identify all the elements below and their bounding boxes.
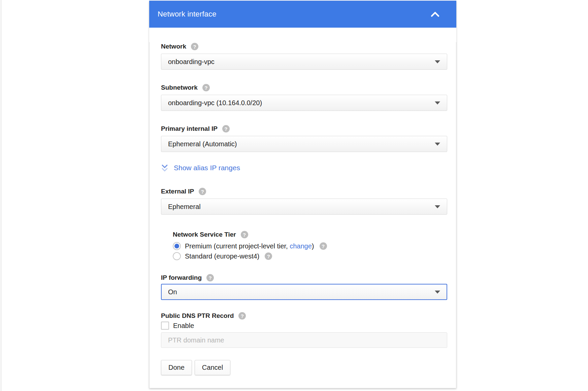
subnetwork-select-value: onboarding-vpc (10.164.0.0/20)	[168, 99, 262, 107]
premium-tier-radio-row[interactable]: Premium (current project-level tier, cha…	[173, 241, 447, 251]
help-icon[interactable]: ?	[222, 125, 230, 132]
dropdown-arrow-icon	[435, 60, 440, 63]
help-icon[interactable]: ?	[202, 84, 210, 91]
collapse-panel-button[interactable]	[429, 10, 442, 19]
network-service-tier-label-row: Network Service Tier ?	[173, 230, 447, 239]
dropdown-arrow-icon	[435, 291, 440, 294]
subnetwork-select[interactable]: onboarding-vpc (10.164.0.0/20)	[161, 95, 447, 111]
dropdown-arrow-icon	[435, 205, 440, 208]
ptr-domain-name-input[interactable]	[161, 332, 447, 348]
standard-tier-label: Standard (europe-west4)	[185, 252, 259, 260]
public-dns-ptr-label-row: Public DNS PTR Record ?	[161, 311, 447, 320]
primary-internal-ip-label: Primary internal IP	[161, 125, 218, 132]
external-ip-select-value: Ephemeral	[168, 203, 201, 211]
enable-ptr-checkbox-row[interactable]: Enable	[161, 321, 447, 330]
primary-internal-ip-select-value: Ephemeral (Automatic)	[168, 140, 237, 148]
left-panel-divider	[1, 0, 1, 391]
double-chevron-down-icon	[161, 163, 168, 173]
primary-internal-ip-select[interactable]: Ephemeral (Automatic)	[161, 136, 447, 152]
panel-title: Network interface	[158, 10, 217, 19]
standard-tier-radio-row[interactable]: Standard (europe-west4) ?	[173, 251, 447, 261]
enable-ptr-checkbox[interactable]	[161, 322, 169, 330]
ip-forwarding-label: IP forwarding	[161, 274, 202, 281]
network-label-row: Network ?	[161, 42, 447, 51]
show-alias-ip-ranges-link[interactable]: Show alias IP ranges	[161, 163, 447, 173]
ip-forwarding-select-value: On	[168, 288, 177, 296]
external-ip-label-row: External IP ?	[161, 187, 447, 196]
action-buttons-row: Done Cancel	[161, 360, 447, 375]
panel-header: Network interface	[149, 1, 456, 28]
external-ip-label: External IP	[161, 188, 194, 195]
help-icon[interactable]: ?	[241, 231, 248, 238]
help-icon[interactable]: ?	[265, 252, 272, 260]
dropdown-arrow-icon	[435, 101, 440, 104]
network-service-tier-label: Network Service Tier	[173, 231, 236, 238]
subnetwork-label-row: Subnetwork ?	[161, 83, 447, 92]
chevron-up-icon	[430, 11, 440, 18]
ip-forwarding-select[interactable]: On	[161, 284, 447, 300]
network-select-value: onboarding-vpc	[168, 58, 215, 66]
radio-selected-icon[interactable]	[173, 242, 181, 250]
enable-ptr-checkbox-label: Enable	[173, 322, 194, 330]
help-icon[interactable]: ?	[206, 274, 214, 281]
premium-tier-text-close: )	[312, 242, 314, 250]
external-ip-select[interactable]: Ephemeral	[161, 199, 447, 215]
cancel-button[interactable]: Cancel	[195, 360, 230, 375]
radio-unselected-icon[interactable]	[173, 252, 181, 260]
page: Network interface Network ? onboarding-v…	[0, 0, 588, 391]
network-interface-panel: Network interface Network ? onboarding-v…	[149, 1, 456, 388]
change-tier-link[interactable]: change	[290, 242, 312, 250]
help-icon[interactable]: ?	[320, 242, 327, 250]
panel-body: Network ? onboarding-vpc Subnetwork ? on…	[149, 42, 456, 388]
ip-forwarding-label-row: IP forwarding ?	[161, 273, 447, 282]
show-alias-ip-ranges-label: Show alias IP ranges	[174, 164, 240, 172]
network-select[interactable]: onboarding-vpc	[161, 54, 447, 70]
dropdown-arrow-icon	[435, 143, 440, 146]
help-icon[interactable]: ?	[238, 312, 246, 320]
help-icon[interactable]: ?	[199, 188, 206, 195]
network-label: Network	[161, 43, 186, 50]
done-button[interactable]: Done	[161, 360, 192, 375]
premium-tier-label: Premium (current project-level tier, cha…	[185, 242, 314, 250]
help-icon[interactable]: ?	[191, 43, 198, 50]
network-service-tier-section: Network Service Tier ? Premium (current …	[173, 230, 447, 261]
premium-tier-text: Premium (current project-level tier,	[185, 242, 290, 250]
subnetwork-label: Subnetwork	[161, 84, 198, 91]
primary-internal-ip-label-row: Primary internal IP ?	[161, 124, 447, 133]
public-dns-ptr-label: Public DNS PTR Record	[161, 312, 234, 320]
